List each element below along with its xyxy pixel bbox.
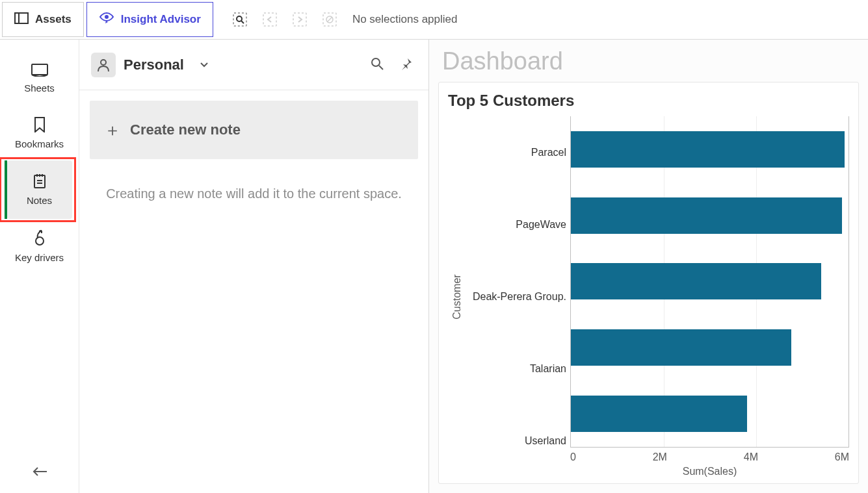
search-icon bbox=[370, 57, 384, 71]
svg-rect-0 bbox=[15, 13, 28, 23]
svg-point-2 bbox=[105, 15, 109, 19]
svg-rect-12 bbox=[34, 175, 45, 188]
insight-icon bbox=[99, 12, 114, 28]
svg-line-5 bbox=[241, 21, 244, 23]
chart-bar[interactable] bbox=[571, 263, 821, 299]
svg-point-4 bbox=[237, 16, 242, 21]
chart-category-label: Paracel bbox=[466, 134, 566, 171]
smart-search-icon[interactable] bbox=[233, 12, 247, 27]
assets-label: Assets bbox=[35, 13, 72, 26]
notes-empty-message: Creating a new note will add it to the c… bbox=[79, 167, 428, 221]
search-notes-button[interactable] bbox=[366, 53, 388, 77]
chevron-down-icon bbox=[200, 62, 209, 68]
svg-point-21 bbox=[372, 58, 380, 66]
pin-button[interactable] bbox=[396, 53, 417, 77]
create-note-button[interactable]: ＋ Create new note bbox=[90, 101, 418, 159]
dashboard-title: Dashboard bbox=[429, 40, 868, 82]
chart-x-ticks: 02M4M6M bbox=[570, 448, 849, 463]
svg-rect-6 bbox=[263, 13, 276, 26]
chart-x-tick: 4M bbox=[744, 451, 758, 463]
sheets-icon bbox=[31, 64, 48, 79]
step-back-icon bbox=[263, 12, 277, 27]
scope-label: Personal bbox=[124, 57, 184, 73]
dashboard-area: Dashboard Top 5 Customers Customer Parac… bbox=[429, 40, 868, 493]
scope-avatar[interactable] bbox=[91, 53, 116, 77]
clear-selections-icon bbox=[322, 12, 337, 27]
chart-category-labels: ParacelPageWaveDeak-Perera Group.Talaria… bbox=[466, 116, 570, 477]
chart-bar[interactable] bbox=[571, 197, 842, 234]
notes-panel-header: Personal bbox=[79, 40, 428, 90]
insight-advisor-button[interactable]: Insight Advisor bbox=[86, 2, 213, 37]
svg-line-22 bbox=[379, 66, 383, 70]
chart-x-tick: 0 bbox=[570, 451, 576, 463]
chart-title: Top 5 Customers bbox=[448, 92, 849, 110]
sidebar-item-label: Sheets bbox=[24, 82, 55, 94]
notes-icon bbox=[33, 173, 46, 191]
svg-point-18 bbox=[36, 237, 44, 245]
collapse-sidebar-icon[interactable] bbox=[31, 466, 48, 480]
create-note-label: Create new note bbox=[130, 121, 241, 138]
chart-category-label: Userland bbox=[466, 423, 566, 459]
chart-x-tick: 2M bbox=[653, 451, 667, 463]
chart-plot-area bbox=[570, 116, 849, 447]
svg-line-10 bbox=[327, 17, 332, 22]
assets-button[interactable]: Assets bbox=[2, 2, 84, 37]
chart-card-top-customers[interactable]: Top 5 Customers Customer ParacelPageWave… bbox=[438, 82, 859, 484]
sidebar-item-key-drivers[interactable]: Key drivers bbox=[7, 219, 72, 273]
chart-bar[interactable] bbox=[571, 131, 845, 168]
sidebar-item-label: Key drivers bbox=[15, 252, 64, 263]
chart-category-label: Deak-Perera Group. bbox=[466, 279, 566, 315]
chart-category-label: PageWave bbox=[466, 207, 566, 243]
selection-tool-group bbox=[221, 0, 337, 39]
person-icon bbox=[96, 58, 111, 72]
chart-x-axis-label: Sum(Sales) bbox=[570, 463, 849, 477]
chart-x-tick: 6M bbox=[835, 451, 849, 463]
sidebar-item-label: Bookmarks bbox=[15, 138, 64, 149]
bookmark-icon bbox=[34, 117, 46, 134]
no-selections-text: No selections applied bbox=[337, 0, 458, 39]
chart-y-axis-label: Customer bbox=[451, 274, 463, 319]
sidebar-item-sheets[interactable]: Sheets bbox=[7, 51, 72, 106]
svg-point-20 bbox=[101, 60, 106, 65]
plus-icon: ＋ bbox=[104, 119, 121, 142]
svg-rect-7 bbox=[293, 13, 306, 26]
top-toolbar: Assets Insight Advisor No selections app… bbox=[0, 0, 868, 40]
step-forward-icon bbox=[293, 12, 307, 27]
svg-rect-11 bbox=[32, 64, 47, 75]
sidebar-item-notes[interactable]: Notes bbox=[7, 160, 72, 219]
sidebar-item-label: Notes bbox=[27, 195, 52, 206]
panel-icon bbox=[14, 12, 29, 27]
chart-category-label: Talarian bbox=[466, 351, 566, 387]
insight-label: Insight Advisor bbox=[121, 13, 201, 26]
chart-bar[interactable] bbox=[571, 329, 791, 366]
sidebar-item-bookmarks[interactable]: Bookmarks bbox=[7, 106, 72, 160]
left-sidebar: Sheets Bookmarks Notes Key drivers bbox=[0, 40, 79, 493]
scope-dropdown-chevron[interactable] bbox=[200, 59, 209, 71]
notes-panel: Personal ＋ Create new note Creating a ne… bbox=[79, 40, 429, 493]
key-drivers-icon bbox=[33, 229, 47, 248]
chart-bar[interactable] bbox=[571, 396, 747, 432]
chart-body: Customer ParacelPageWaveDeak-Perera Grou… bbox=[448, 116, 849, 477]
svg-rect-3 bbox=[233, 13, 246, 26]
pin-icon bbox=[400, 57, 413, 70]
